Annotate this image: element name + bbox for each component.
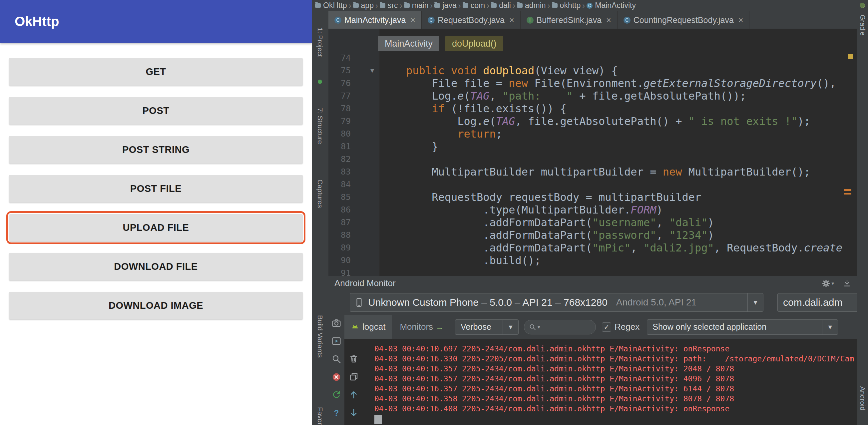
tool-button-favorites[interactable]: Favorites (316, 407, 324, 425)
code-line: if (!file.exists()) { (380, 102, 857, 115)
log-line: 04-03 00:40:16.357 2205-2434/com.dali.ad… (374, 374, 857, 384)
restart-icon[interactable] (332, 390, 341, 400)
tool-button-captures[interactable]: Captures (316, 180, 324, 208)
code-token: RequestBody requestBody = multipartBuild… (380, 191, 701, 204)
settings-gear-icon[interactable]: ▾ (822, 279, 834, 288)
line-number: 89 (329, 241, 379, 254)
folder-icon (552, 3, 558, 8)
code-token: "password" (592, 229, 656, 241)
tab-monitors[interactable]: Monitors → (392, 315, 451, 339)
editor-tab-bar: CMainActivity.java×CRequestBody.java×IBu… (329, 11, 857, 29)
logcat-filter-select[interactable]: Show only selected application ▾ (647, 320, 838, 335)
process-selector[interactable]: com.dali.adm (777, 293, 857, 312)
editor-annotation-marker[interactable] (848, 54, 853, 59)
app-title: OkHttp (0, 0, 312, 43)
line-number: 83 (329, 165, 379, 178)
code-token (380, 64, 406, 77)
class-icon: C (587, 3, 593, 9)
app-button-upload-file[interactable]: UPLOAD FILE (9, 214, 303, 241)
app-button-post[interactable]: POST (9, 97, 303, 125)
logcat-search-input[interactable]: ▾ (524, 320, 596, 334)
tab-label: BufferedSink.java (536, 15, 602, 25)
app-button-download-file[interactable]: DOWNLOAD FILE (9, 253, 303, 280)
line-number: 85 (329, 191, 379, 204)
breadcrumb-item-src[interactable]: src (380, 1, 398, 10)
app-button-post-file[interactable]: POST FILE (9, 175, 303, 203)
code-line (380, 267, 857, 276)
editor-change-marker-icon[interactable] (844, 189, 851, 194)
crumb-chip-method[interactable]: doUpload() (445, 36, 503, 51)
line-number: 86 (329, 204, 379, 216)
process-name: com.dali.adm (783, 297, 842, 308)
breadcrumb-item-okhttp[interactable]: okhttp (552, 1, 581, 10)
crumb-chip-class[interactable]: MainActivity (378, 36, 439, 51)
code-line: return; (380, 127, 857, 140)
code-token: .build(); (380, 254, 541, 267)
code-token: create (804, 241, 843, 254)
screen-record-icon[interactable] (332, 336, 341, 346)
scroll-up-icon[interactable] (349, 390, 359, 400)
code-token: e (483, 115, 489, 127)
tab-countingrequestbody-java[interactable]: CCountingRequestBody.java× (618, 11, 750, 29)
app-preview-panel: OkHttp GETPOSTPOST STRINGPOST FILEUPLOAD… (0, 0, 312, 425)
restore-layout-icon[interactable] (349, 372, 359, 382)
code-token: ( (490, 115, 496, 127)
scroll-down-icon[interactable] (349, 408, 359, 418)
help-icon[interactable]: ? (332, 408, 341, 418)
breadcrumb-item-com[interactable]: com (463, 1, 485, 10)
log-line: 04-03 00:40:16.357 2205-2434/com.dali.ad… (374, 364, 857, 374)
tool-button-android[interactable]: Android (859, 386, 867, 411)
tool-button--project[interactable]: 1: Project (316, 27, 324, 57)
log-level-select[interactable]: Verbose ▾ (455, 320, 519, 335)
text-cursor (374, 415, 382, 424)
regex-checkbox[interactable]: ✓ (602, 323, 611, 332)
breadcrumb-item-main[interactable]: main (404, 1, 429, 10)
tool-button--structure[interactable]: 7: Structure (316, 108, 324, 144)
code-area[interactable]: public void doUpload(View view) { File f… (380, 29, 857, 276)
app-button-post-string[interactable]: POST STRING (9, 136, 303, 163)
line-number: 87 (329, 216, 379, 229)
breadcrumb-item-label: OkHttp (323, 1, 347, 10)
logcat-output[interactable]: 04-03 00:40:10.697 2205-2434/com.dali.ad… (344, 339, 857, 425)
chevron-separator-icon: › (513, 1, 515, 10)
close-icon[interactable]: × (606, 15, 611, 25)
tool-button-build-variants[interactable]: Build Variants (316, 315, 324, 358)
line-number: 91 (329, 267, 379, 276)
folder-icon (517, 3, 523, 8)
close-icon[interactable]: × (509, 15, 514, 25)
breadcrumb-item-java[interactable]: java (434, 1, 456, 10)
app-button-download-image[interactable]: DOWNLOAD IMAGE (9, 292, 303, 320)
folder-icon (434, 3, 440, 8)
hide-panel-icon[interactable] (843, 279, 851, 288)
device-selector[interactable]: Unknown Custom Phone – 5.0.0 – API 21 – … (350, 293, 764, 312)
class-icon: C (334, 17, 341, 24)
zoom-capture-icon[interactable] (332, 354, 341, 364)
app-button-get[interactable]: GET (9, 58, 303, 86)
terminate-icon[interactable] (332, 372, 341, 382)
code-token (477, 64, 483, 77)
breadcrumb-item-okhttp[interactable]: OkHttp (315, 1, 347, 10)
tab-mainactivity-java[interactable]: CMainActivity.java× (329, 11, 422, 29)
editor-breadcrumbs: MainActivitydoUpload() (378, 36, 503, 51)
breadcrumb-item-mainactivity[interactable]: CMainActivity (587, 1, 636, 10)
code-token: if (432, 102, 445, 115)
regex-option: ✓ Regex (602, 322, 640, 332)
phone-icon (355, 298, 363, 307)
tab-requestbody-java[interactable]: CRequestBody.java× (422, 11, 521, 29)
code-line (380, 178, 857, 191)
android-monitor-panel: Android Monitor ▾ Unknown Custom Phone –… (329, 276, 857, 425)
screenshot-camera-icon[interactable] (332, 318, 341, 328)
clear-logcat-trash-icon[interactable] (349, 354, 359, 364)
close-icon[interactable]: × (410, 15, 415, 25)
breadcrumb-item-admin[interactable]: admin (517, 1, 546, 10)
close-icon[interactable]: × (738, 15, 743, 25)
fold-arrow-icon[interactable]: ▾ (370, 66, 374, 75)
breadcrumb-item-dali[interactable]: dali (491, 1, 511, 10)
tab-logcat[interactable]: logcat (344, 315, 392, 339)
breadcrumb-item-app[interactable]: app (353, 1, 374, 10)
tool-button-gradle[interactable]: Gradle (859, 14, 867, 36)
log-line: 04-03 00:40:16.358 2205-2434/com.dali.ad… (374, 394, 857, 404)
code-token: ) (708, 216, 714, 229)
tab-bufferedsink-java[interactable]: IBufferedSink.java× (521, 11, 618, 29)
code-editor[interactable]: 747576777879808182838485868788899091 ▾ p… (329, 29, 857, 276)
